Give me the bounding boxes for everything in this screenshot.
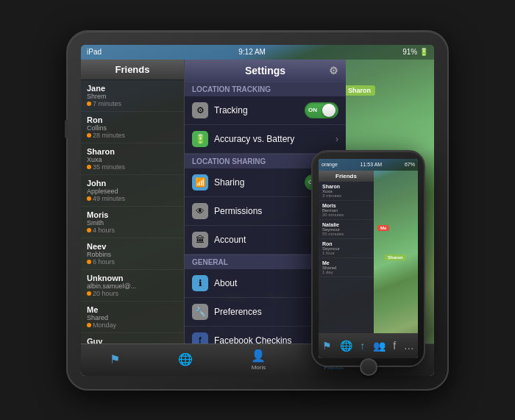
iphone-sidebar-item[interactable]: Moris Berman 20 minutes [319,201,374,220]
ipad-sidebar-items: Jane Shrem 7 minutes Ron Collins 28 minu… [81,80,184,357]
sidebar-item-time: 28 minutes [87,132,178,139]
sidebar-item[interactable]: Me Shared Monday [81,302,184,333]
dot-icon [87,260,91,264]
iphone-sidebar-time: 1 hour [322,251,370,255]
settings-row-icon: 👁 [192,203,208,219]
sidebar-item-name: Neev [87,242,178,251]
globe-icon: 🌐 [178,352,193,366]
sidebar-item-time: 6 hours [87,258,178,266]
person-icon: 👤 [251,349,266,363]
iphone-sidebar-name: Sharon [322,184,370,189]
ipad-statusbar: iPad 9:12 AM 91% 🔋 [81,45,434,60]
map-label-sharon: Sharon [344,85,375,96]
iphone-sidebar-item[interactable]: Ron Seymour 1 hour [319,239,374,258]
sidebar-item-name: Sharon [87,147,178,156]
dot-icon [87,102,91,106]
settings-row[interactable]: ⚙ Tracking ON [185,96,346,125]
sidebar-item-name: John [87,179,178,188]
toolbar-btn-moris[interactable]: 👤 Moris [245,346,271,374]
toggle-switch[interactable]: ON [305,102,338,118]
iphone-map-label-me: Me [377,225,389,231]
sidebar-item-sub: Smith [87,219,178,227]
ipad-status-right: 91% 🔋 [402,48,428,56]
sidebar-item[interactable]: Sharon Xuxa 35 minutes [81,143,184,175]
iphone-sidebar-time: 1 day [322,270,370,274]
settings-row-icon: 📶 [192,174,208,191]
chevron-icon: › [335,134,338,144]
sidebar-item-time: 20 hours [87,290,178,297]
iphone-toolbar-share[interactable]: ↑ [360,340,365,352]
settings-header: Settings ⚙ [185,60,346,82]
iphone: Me Sharon orange 11:53 AM 67% Friends Sh… [311,150,425,367]
iphone-sidebar-time: 20 minutes [322,213,370,217]
iphone-sidebar-time: 55 minutes [322,232,370,236]
iphone-toolbar-more[interactable]: … [404,340,414,352]
sidebar-item-name: Moris [87,210,178,219]
sidebar-item-sub: Appleseed [87,188,178,195]
sidebar-item-time: 35 minutes [87,163,178,171]
iphone-toolbar-facebook[interactable]: f [393,340,396,352]
ipad-status-left: iPad [87,48,102,56]
settings-row-right: ON [305,102,338,118]
iphone-sidebar-name: Me [322,260,370,266]
sidebar-item-time: Monday [87,321,178,329]
iphone-status-left: orange [322,162,338,167]
sidebar-item-name: Me [87,305,178,314]
iphone-home-button[interactable] [360,358,377,376]
iphone-sidebar: Friends Sharon Xuxa 3 minutes Moris Berm… [319,171,374,333]
toolbar-btn-flag[interactable]: ⚑ [104,349,126,371]
settings-row-label: Sharing [214,177,305,188]
sidebar-item-time: 49 minutes [87,195,178,202]
iphone-sidebar-item[interactable]: Natalie Seymour 55 minutes [319,220,374,239]
gear-icon[interactable]: ⚙ [329,65,338,76]
dot-icon [87,228,91,232]
settings-row-icon: 🔧 [192,304,208,320]
dot-icon [87,291,91,296]
iphone-toolbar: ⚑ 🌐 ↑ 👥 f … [319,333,418,358]
settings-row-right: › [335,134,338,144]
sidebar-item-sub: Shared [87,314,178,321]
settings-row-icon: 🏛 [192,232,208,248]
settings-row-icon: 🔋 [192,131,208,147]
iphone-sidebar-item[interactable]: Sharon Xuxa 3 minutes [319,182,374,201]
iphone-sidebar-name: Natalie [322,222,370,227]
sidebar-item-sub: albin.samuel@... [87,282,178,290]
ipad-sidebar: Friends Jane Shrem 7 minutes Ron Collins… [81,60,184,344]
sidebar-item[interactable]: Moris Smith 4 hours [81,207,184,238]
settings-row[interactable]: 🔋 Accuracy vs. Battery › [185,125,346,154]
dot-icon [87,196,91,201]
toolbar-btn-globe[interactable]: 🌐 [172,349,199,371]
iphone-map-label-sharon: Sharon [385,255,406,260]
sidebar-item-name: Unknown [87,274,178,282]
toggle-label: ON [308,107,317,113]
flag-icon: ⚑ [110,352,120,366]
sidebar-item-name: Jane [87,84,178,93]
sidebar-item[interactable]: Unknown albin.samuel@... 20 hours [81,270,184,302]
dot-icon [87,133,91,138]
iphone-sidebar-time: 3 minutes [322,193,370,198]
sidebar-item[interactable]: Jane Shrem 7 minutes [81,80,184,112]
sidebar-item[interactable]: John Appleseed 49 minutes [81,175,184,207]
iphone-toolbar-globe[interactable]: 🌐 [340,340,352,352]
iphone-status-right: 67% [405,162,415,167]
iphone-statusbar: orange 11:53 AM 67% [319,159,418,171]
iphone-sidebar-item[interactable]: Me Shared 1 day [319,258,374,277]
iphone-status-center: 11:53 AM [360,162,383,167]
iphone-sidebar-items: Sharon Xuxa 3 minutes Moris Berman 20 mi… [319,182,374,277]
settings-section-header: Location Tracking [185,82,346,96]
sidebar-item-time: 4 hours [87,227,178,234]
settings-row-icon: ℹ [192,275,208,291]
sidebar-item-time: 7 minutes [87,100,178,107]
iphone-sidebar-name: Moris [322,203,370,208]
dot-icon [87,323,91,327]
sidebar-item[interactable]: Ron Collins 28 minutes [81,112,184,143]
iphone-toolbar-flag[interactable]: ⚑ [322,340,332,352]
iphone-screen: Me Sharon orange 11:53 AM 67% Friends Sh… [319,159,418,358]
iphone-toolbar-friends[interactable]: 👥 [373,340,386,352]
ipad-status-center: 9:12 AM [238,48,266,56]
sidebar-item-sub: Robbins [87,251,178,258]
ipad-side-button[interactable] [65,120,68,138]
settings-row-icon: ⚙ [192,102,208,118]
sidebar-item-sub: Shrem [87,93,178,100]
sidebar-item[interactable]: Neev Robbins 6 hours [81,238,184,270]
